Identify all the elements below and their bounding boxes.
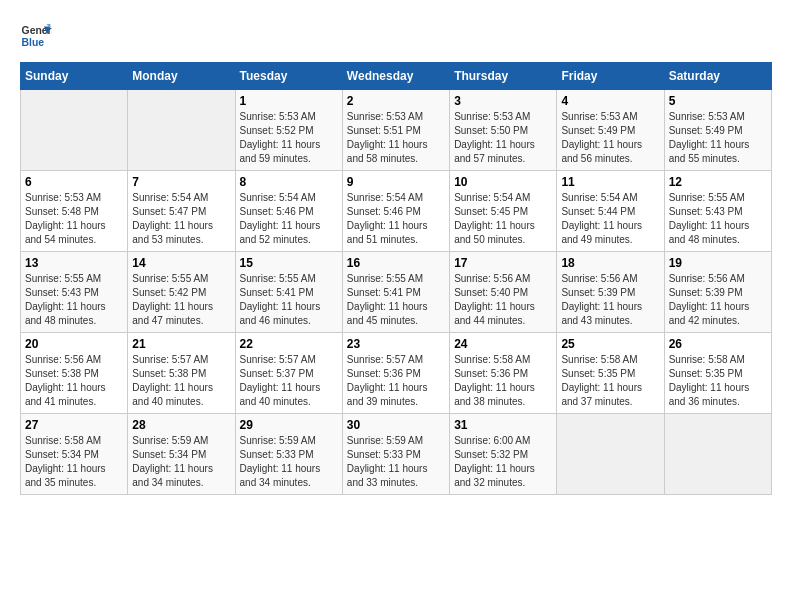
day-detail: Sunrise: 5:54 AMSunset: 5:46 PMDaylight:…	[347, 191, 445, 247]
calendar-cell: 22 Sunrise: 5:57 AMSunset: 5:37 PMDaylig…	[235, 333, 342, 414]
day-detail: Sunrise: 5:56 AMSunset: 5:40 PMDaylight:…	[454, 272, 552, 328]
calendar-week-2: 6 Sunrise: 5:53 AMSunset: 5:48 PMDayligh…	[21, 171, 772, 252]
logo: General Blue	[20, 20, 52, 52]
day-number: 4	[561, 94, 659, 108]
day-detail: Sunrise: 5:59 AMSunset: 5:33 PMDaylight:…	[240, 434, 338, 490]
day-detail: Sunrise: 5:59 AMSunset: 5:34 PMDaylight:…	[132, 434, 230, 490]
day-detail: Sunrise: 5:59 AMSunset: 5:33 PMDaylight:…	[347, 434, 445, 490]
day-detail: Sunrise: 5:54 AMSunset: 5:47 PMDaylight:…	[132, 191, 230, 247]
calendar-cell: 20 Sunrise: 5:56 AMSunset: 5:38 PMDaylig…	[21, 333, 128, 414]
svg-text:Blue: Blue	[22, 37, 45, 48]
day-detail: Sunrise: 5:53 AMSunset: 5:49 PMDaylight:…	[561, 110, 659, 166]
weekday-header-tuesday: Tuesday	[235, 63, 342, 90]
day-number: 26	[669, 337, 767, 351]
day-number: 18	[561, 256, 659, 270]
day-number: 25	[561, 337, 659, 351]
calendar-cell: 24 Sunrise: 5:58 AMSunset: 5:36 PMDaylig…	[450, 333, 557, 414]
calendar-cell: 28 Sunrise: 5:59 AMSunset: 5:34 PMDaylig…	[128, 414, 235, 495]
day-detail: Sunrise: 5:54 AMSunset: 5:44 PMDaylight:…	[561, 191, 659, 247]
day-number: 12	[669, 175, 767, 189]
day-detail: Sunrise: 5:58 AMSunset: 5:34 PMDaylight:…	[25, 434, 123, 490]
calendar-cell: 2 Sunrise: 5:53 AMSunset: 5:51 PMDayligh…	[342, 90, 449, 171]
day-detail: Sunrise: 5:57 AMSunset: 5:38 PMDaylight:…	[132, 353, 230, 409]
calendar-cell	[557, 414, 664, 495]
day-detail: Sunrise: 5:57 AMSunset: 5:37 PMDaylight:…	[240, 353, 338, 409]
weekday-header-monday: Monday	[128, 63, 235, 90]
day-number: 17	[454, 256, 552, 270]
day-detail: Sunrise: 5:53 AMSunset: 5:48 PMDaylight:…	[25, 191, 123, 247]
page-header: General Blue	[20, 20, 772, 52]
calendar-cell: 11 Sunrise: 5:54 AMSunset: 5:44 PMDaylig…	[557, 171, 664, 252]
day-detail: Sunrise: 5:53 AMSunset: 5:50 PMDaylight:…	[454, 110, 552, 166]
day-detail: Sunrise: 5:58 AMSunset: 5:36 PMDaylight:…	[454, 353, 552, 409]
day-detail: Sunrise: 5:58 AMSunset: 5:35 PMDaylight:…	[561, 353, 659, 409]
calendar-cell: 13 Sunrise: 5:55 AMSunset: 5:43 PMDaylig…	[21, 252, 128, 333]
weekday-header-row: SundayMondayTuesdayWednesdayThursdayFrid…	[21, 63, 772, 90]
day-detail: Sunrise: 5:53 AMSunset: 5:52 PMDaylight:…	[240, 110, 338, 166]
day-number: 23	[347, 337, 445, 351]
day-number: 29	[240, 418, 338, 432]
weekday-header-sunday: Sunday	[21, 63, 128, 90]
weekday-header-thursday: Thursday	[450, 63, 557, 90]
calendar-cell: 25 Sunrise: 5:58 AMSunset: 5:35 PMDaylig…	[557, 333, 664, 414]
calendar-cell: 27 Sunrise: 5:58 AMSunset: 5:34 PMDaylig…	[21, 414, 128, 495]
calendar-cell: 6 Sunrise: 5:53 AMSunset: 5:48 PMDayligh…	[21, 171, 128, 252]
day-number: 31	[454, 418, 552, 432]
day-detail: Sunrise: 5:58 AMSunset: 5:35 PMDaylight:…	[669, 353, 767, 409]
calendar-cell: 16 Sunrise: 5:55 AMSunset: 5:41 PMDaylig…	[342, 252, 449, 333]
day-detail: Sunrise: 5:57 AMSunset: 5:36 PMDaylight:…	[347, 353, 445, 409]
calendar-cell: 31 Sunrise: 6:00 AMSunset: 5:32 PMDaylig…	[450, 414, 557, 495]
calendar-cell	[664, 414, 771, 495]
day-number: 30	[347, 418, 445, 432]
calendar-cell: 15 Sunrise: 5:55 AMSunset: 5:41 PMDaylig…	[235, 252, 342, 333]
calendar-cell: 4 Sunrise: 5:53 AMSunset: 5:49 PMDayligh…	[557, 90, 664, 171]
day-number: 14	[132, 256, 230, 270]
calendar-cell: 19 Sunrise: 5:56 AMSunset: 5:39 PMDaylig…	[664, 252, 771, 333]
day-detail: Sunrise: 5:56 AMSunset: 5:39 PMDaylight:…	[669, 272, 767, 328]
calendar-cell: 18 Sunrise: 5:56 AMSunset: 5:39 PMDaylig…	[557, 252, 664, 333]
day-detail: Sunrise: 5:55 AMSunset: 5:41 PMDaylight:…	[347, 272, 445, 328]
day-number: 5	[669, 94, 767, 108]
calendar-cell: 23 Sunrise: 5:57 AMSunset: 5:36 PMDaylig…	[342, 333, 449, 414]
calendar-cell	[128, 90, 235, 171]
day-detail: Sunrise: 6:00 AMSunset: 5:32 PMDaylight:…	[454, 434, 552, 490]
calendar-cell: 3 Sunrise: 5:53 AMSunset: 5:50 PMDayligh…	[450, 90, 557, 171]
calendar-cell: 1 Sunrise: 5:53 AMSunset: 5:52 PMDayligh…	[235, 90, 342, 171]
logo-icon: General Blue	[20, 20, 52, 52]
day-number: 9	[347, 175, 445, 189]
day-number: 21	[132, 337, 230, 351]
calendar-cell: 30 Sunrise: 5:59 AMSunset: 5:33 PMDaylig…	[342, 414, 449, 495]
calendar-cell	[21, 90, 128, 171]
calendar-cell: 5 Sunrise: 5:53 AMSunset: 5:49 PMDayligh…	[664, 90, 771, 171]
calendar-week-1: 1 Sunrise: 5:53 AMSunset: 5:52 PMDayligh…	[21, 90, 772, 171]
day-number: 6	[25, 175, 123, 189]
calendar-cell: 29 Sunrise: 5:59 AMSunset: 5:33 PMDaylig…	[235, 414, 342, 495]
day-detail: Sunrise: 5:55 AMSunset: 5:42 PMDaylight:…	[132, 272, 230, 328]
day-detail: Sunrise: 5:55 AMSunset: 5:43 PMDaylight:…	[25, 272, 123, 328]
day-number: 19	[669, 256, 767, 270]
calendar-cell: 7 Sunrise: 5:54 AMSunset: 5:47 PMDayligh…	[128, 171, 235, 252]
day-detail: Sunrise: 5:53 AMSunset: 5:51 PMDaylight:…	[347, 110, 445, 166]
day-number: 20	[25, 337, 123, 351]
calendar-week-4: 20 Sunrise: 5:56 AMSunset: 5:38 PMDaylig…	[21, 333, 772, 414]
calendar-cell: 26 Sunrise: 5:58 AMSunset: 5:35 PMDaylig…	[664, 333, 771, 414]
day-number: 15	[240, 256, 338, 270]
calendar-week-3: 13 Sunrise: 5:55 AMSunset: 5:43 PMDaylig…	[21, 252, 772, 333]
day-detail: Sunrise: 5:54 AMSunset: 5:45 PMDaylight:…	[454, 191, 552, 247]
day-number: 2	[347, 94, 445, 108]
day-detail: Sunrise: 5:55 AMSunset: 5:43 PMDaylight:…	[669, 191, 767, 247]
calendar-table: SundayMondayTuesdayWednesdayThursdayFrid…	[20, 62, 772, 495]
calendar-cell: 17 Sunrise: 5:56 AMSunset: 5:40 PMDaylig…	[450, 252, 557, 333]
day-number: 1	[240, 94, 338, 108]
day-detail: Sunrise: 5:54 AMSunset: 5:46 PMDaylight:…	[240, 191, 338, 247]
day-number: 22	[240, 337, 338, 351]
weekday-header-friday: Friday	[557, 63, 664, 90]
day-number: 24	[454, 337, 552, 351]
calendar-week-5: 27 Sunrise: 5:58 AMSunset: 5:34 PMDaylig…	[21, 414, 772, 495]
day-detail: Sunrise: 5:55 AMSunset: 5:41 PMDaylight:…	[240, 272, 338, 328]
day-detail: Sunrise: 5:53 AMSunset: 5:49 PMDaylight:…	[669, 110, 767, 166]
calendar-cell: 10 Sunrise: 5:54 AMSunset: 5:45 PMDaylig…	[450, 171, 557, 252]
day-number: 7	[132, 175, 230, 189]
day-number: 10	[454, 175, 552, 189]
weekday-header-saturday: Saturday	[664, 63, 771, 90]
